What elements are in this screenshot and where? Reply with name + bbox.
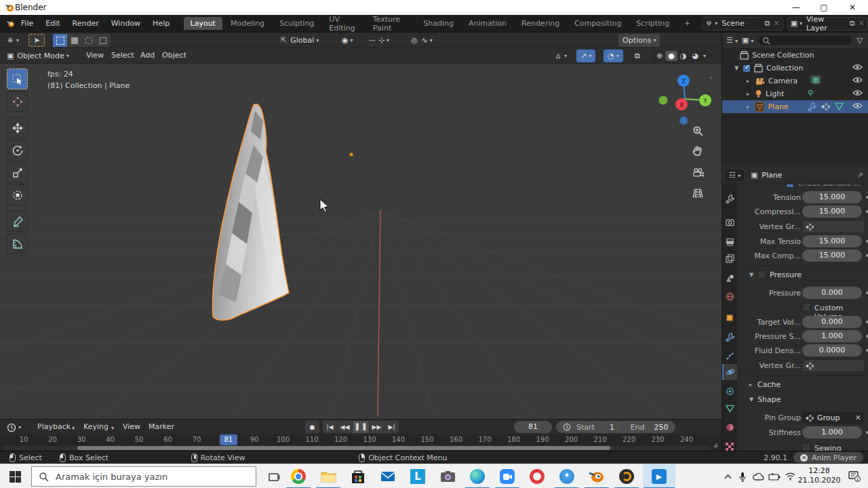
start-button[interactable]	[0, 464, 30, 488]
vertex-group-icon[interactable]	[821, 102, 830, 111]
field-value[interactable]: 15.000	[802, 235, 862, 247]
camera-view-button[interactable]	[689, 163, 707, 181]
gizmo-z-negative[interactable]	[679, 117, 688, 125]
tool-cursor[interactable]	[7, 91, 28, 112]
select-mode-circle[interactable]	[81, 34, 96, 47]
workspace-tab-texture-paint[interactable]: Texture Paint	[366, 13, 415, 35]
navigation-gizmo[interactable]: Z Y X	[644, 68, 715, 127]
menu-edit[interactable]: Edit	[39, 19, 66, 28]
stop-icon[interactable]: ✕	[800, 454, 808, 462]
tab-tool[interactable]	[722, 190, 737, 207]
pin-icon[interactable]: ⇗	[857, 171, 863, 180]
tab-constraints[interactable]	[722, 383, 737, 399]
current-frame-field[interactable]: 81	[514, 421, 552, 433]
tray-expand-chevron[interactable]	[720, 464, 735, 488]
field-value[interactable]: 15.000	[802, 249, 862, 262]
taskbar-search-input[interactable]: Aramak için buraya yazın	[31, 466, 256, 487]
proportional-editing-group[interactable]: ◎∿▾	[407, 34, 437, 47]
tool-select-box[interactable]	[7, 68, 28, 89]
menu-window[interactable]: Window	[105, 19, 146, 28]
record-button[interactable]: ●	[305, 421, 319, 433]
outliner-search-input[interactable]	[757, 35, 852, 46]
taskbar-app-l-app[interactable]: L	[403, 464, 433, 488]
field-value[interactable]: 15.000	[802, 191, 862, 203]
timeline-scrollbar[interactable]	[3, 446, 711, 450]
custom-volume-checkbox[interactable]	[802, 303, 810, 311]
vertex-group-selector[interactable]	[802, 359, 865, 372]
timeline-ruler[interactable]: 1020304050607090100110120130140150160170…	[0, 434, 722, 451]
field-value[interactable]: 0.000	[802, 316, 862, 328]
workspace-tab-scripting[interactable]: Scripting	[629, 17, 676, 30]
camera-data-icon[interactable]: ▦	[810, 75, 821, 84]
taskbar-app-camera[interactable]	[433, 464, 462, 488]
vertex-group-selector[interactable]	[802, 220, 865, 233]
tab-texture[interactable]	[722, 439, 737, 451]
transform-orientation-dropdown[interactable]: ⇱ Global▾	[277, 34, 323, 47]
mode-dropdown[interactable]: ▣ Object Mode▾	[3, 49, 73, 62]
menu-file[interactable]: File	[15, 19, 39, 28]
next-keyframe-button[interactable]: ▶▶	[370, 421, 384, 433]
menu-keying[interactable]: Keying	[77, 422, 115, 431]
taskbar-clock[interactable]: 12:28 21.10.2020	[797, 466, 841, 487]
menu-help[interactable]: Help	[146, 19, 176, 28]
workspace-tab-uv-editing[interactable]: UV Editing	[322, 13, 364, 35]
microphone-tray-icon[interactable]	[735, 464, 750, 488]
expand-icon[interactable]: ▼	[734, 65, 743, 71]
expand-icon[interactable]: ▸	[747, 104, 755, 110]
outliner-collection[interactable]: ▼ ✓ Collection	[722, 62, 868, 75]
pressure-section-header[interactable]: ▼ Pressure	[737, 268, 868, 281]
sidebar-collapse-arrow[interactable]: ‹	[709, 73, 712, 82]
expand-icon[interactable]: ▸	[747, 78, 755, 84]
eye-icon[interactable]	[852, 89, 863, 96]
workspace-tab-layout[interactable]: Layout	[184, 17, 222, 30]
xray-toggle[interactable]: ⧉	[631, 49, 644, 62]
outliner-display-mode-icon[interactable]: ▣▾	[742, 36, 753, 45]
active-tool-button[interactable]: ➤	[28, 34, 45, 47]
playhead[interactable]: 81	[220, 434, 237, 445]
collection-checkbox[interactable]: ✓	[743, 64, 751, 73]
taskbar-app-file-explorer[interactable]	[313, 464, 343, 488]
onedrive-tray-icon[interactable]	[750, 464, 766, 488]
battery-tray-icon[interactable]	[766, 464, 783, 488]
editor-type-button[interactable]: 🜋▾	[3, 34, 23, 47]
menu-render[interactable]: Render	[66, 19, 105, 28]
taskbar-app-opera[interactable]	[522, 464, 552, 488]
tool-move[interactable]	[7, 117, 28, 138]
zoom-button[interactable]	[689, 122, 707, 140]
workspace-tab-animation[interactable]: Animation	[462, 17, 513, 30]
tab-output[interactable]	[722, 234, 737, 250]
field-value[interactable]: 15.000	[802, 205, 862, 218]
taskbar-app-mail[interactable]	[373, 464, 403, 488]
field-value[interactable]: 1.000	[802, 330, 862, 342]
action-center-button[interactable]: 1	[844, 464, 865, 488]
end-value[interactable]: 250	[654, 423, 669, 432]
sewing-checkbox[interactable]	[802, 443, 810, 451]
workspace-tab-modeling[interactable]: Modeling	[224, 17, 271, 30]
viewport-3d[interactable]: fps: 24 (81) Collection | Plane Z Y X ‹	[0, 64, 722, 419]
outliner-filter-icon[interactable]: ▽	[857, 36, 863, 45]
taskbar-app-edge[interactable]	[462, 464, 492, 488]
mesh-data-icon[interactable]	[835, 102, 844, 110]
tab-scene[interactable]	[722, 270, 737, 286]
workspace-tab-compositing[interactable]: Compositing	[568, 17, 628, 30]
snap-toggle[interactable]: 𝌀⊹▾	[365, 34, 393, 47]
minimize-button[interactable]: —	[785, 0, 808, 15]
field-value[interactable]: 0.0000	[802, 344, 862, 357]
new-scene-icon[interactable]: ⧉	[765, 19, 770, 28]
taskbar-app-microsoft-store[interactable]	[343, 464, 373, 488]
workspace-tab-shading[interactable]: Shading	[416, 17, 460, 30]
tab-object[interactable]	[722, 310, 737, 326]
expand-icon[interactable]: ▸	[747, 91, 755, 97]
timeline-scrollbar-thumb[interactable]	[77, 446, 610, 450]
pan-hand-button[interactable]	[689, 142, 707, 159]
shading-solid-icon[interactable]: ●	[665, 51, 677, 61]
options-dropdown[interactable]: Options▾	[618, 34, 660, 47]
tool-transform[interactable]	[7, 184, 28, 205]
resize-grip-icon[interactable]: ◢	[713, 441, 717, 448]
tab-render[interactable]	[722, 214, 737, 230]
outliner-editor-type-icon[interactable]: ☰▾	[726, 36, 738, 45]
cache-section-header[interactable]: ▸Cache	[737, 378, 868, 390]
anim-player-chip[interactable]: ✕ Anim Player	[793, 452, 863, 463]
field-value[interactable]: 0.000	[802, 287, 862, 299]
shading-wireframe-icon[interactable]: ⊕	[654, 52, 665, 60]
